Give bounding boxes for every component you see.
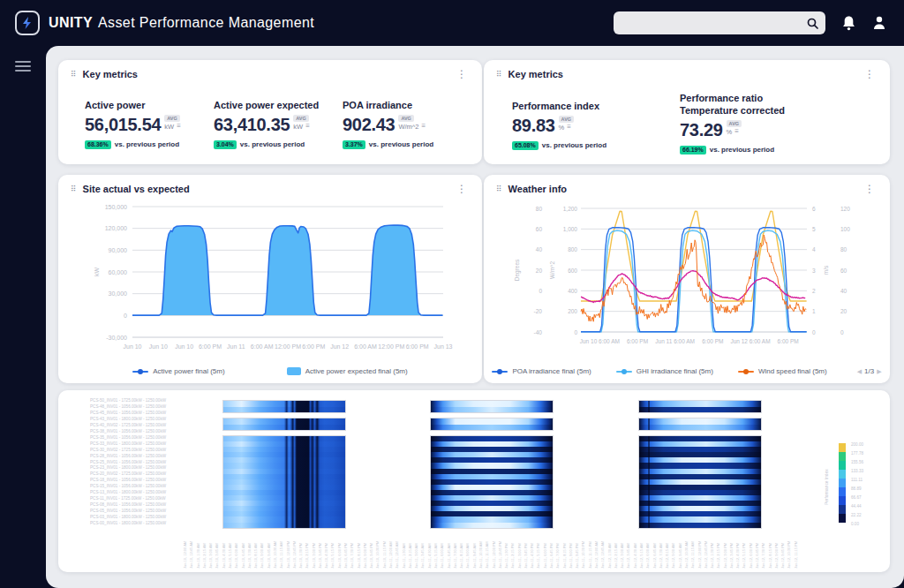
- hamburger-menu-icon[interactable]: [15, 58, 31, 74]
- legend-pager: ◀ 1/3 ▶: [857, 367, 882, 375]
- heatmap-x-tick-label: Jun 11, 7:30 AM: [453, 531, 459, 569]
- app-title: UNITYAsset Performance Management: [49, 15, 314, 31]
- metric-value: 902.43: [343, 115, 395, 135]
- inverter-performance-heatmap-card: PCS-50_INV01 - 1725.00kW - 1250.00kWPCS-…: [58, 390, 890, 572]
- metric-label: Active power expected: [214, 100, 343, 112]
- legend-item-active-power-expected[interactable]: Active power expected final (5m): [287, 367, 408, 375]
- heatmap-row-label: PCS-30_INV02 - 1725.00kW - 1250.00kW: [90, 448, 166, 454]
- colorbar-tick-label: 177.78: [851, 449, 863, 458]
- heatmap-x-tick-label: Jun 11, 5:15 PM: [536, 531, 542, 569]
- heatmap-row-label: PCS-15_INV01 - 1056.00kW - 1250.00kW: [90, 484, 166, 490]
- kebab-menu-icon[interactable]: ⋮: [454, 68, 470, 80]
- metric-poa-irradiance: POA irradiance 902.43 AVG W/m^2≡ 3.37%vs…: [343, 100, 471, 149]
- legend-label: Active power expected final (5m): [305, 367, 408, 375]
- heatmap-x-tick-label: Jun 11, 10:30 PM: [581, 531, 587, 569]
- heatmap-group: [222, 418, 346, 431]
- heatmap-row-label: PCS-25_INV01 - 1056.00kW - 1250.00kW: [90, 460, 166, 466]
- delta-note: vs. previous period: [710, 146, 774, 154]
- search-box: [614, 11, 825, 34]
- heatmap-x-tick-label: Jun 12, 11:15 PM: [794, 531, 800, 569]
- app-title-rest: Asset Performance Management: [98, 15, 314, 30]
- legend-item-ghi-irradiance[interactable]: GHI irradiance final (5m): [616, 367, 713, 375]
- search-input[interactable]: [614, 18, 807, 28]
- colorbar-tick-label: 133.33: [851, 467, 863, 476]
- colorbar-tick-label: 200.00: [851, 441, 863, 449]
- drag-handle-icon[interactable]: ⠿: [71, 185, 77, 193]
- heatmap-row-label: PCS-38_INV01 - 1056.00kW - 1250.00kW: [90, 429, 166, 435]
- line-dot-swatch-icon: [738, 368, 754, 375]
- colorbar-tick-label: 0.00: [851, 520, 863, 529]
- heatmap-row-label: PCS-11_INV01 - 1725.00kW - 1250.00kW: [90, 496, 166, 502]
- heatmap-row-label: PCS-43_INV01 - 1800.00kW - 1250.00kW: [90, 417, 166, 423]
- kebab-menu-icon[interactable]: ⋮: [454, 183, 470, 195]
- heatmap-row-label: PCS-23_INV01 - 1800.00kW - 1250.00kW: [90, 465, 166, 471]
- app-logo[interactable]: [15, 11, 40, 35]
- y-tick-label: 0: [840, 329, 844, 335]
- metric-unit: kW: [164, 123, 174, 131]
- heatmap-row-label: PCS-03_INV01 - 1800.00kW - 1250.00kW: [90, 515, 166, 521]
- drag-handle-icon[interactable]: ⠿: [71, 71, 77, 79]
- heatmap-block-2[interactable]: [430, 400, 554, 533]
- metric-menu-icon[interactable]: ≡: [421, 123, 426, 130]
- heatmap-row: [639, 523, 761, 528]
- heatmap-x-tick-label: Jun 11, 2:15 PM: [510, 531, 516, 569]
- series-yellow: [581, 211, 807, 301]
- y-tick-label: 80: [840, 246, 848, 253]
- legend-item-active-power[interactable]: Active power final (5m): [132, 367, 224, 375]
- colorbar-tick-label: 66.67: [851, 494, 863, 502]
- heatmap-x-tick-label: Jun 10, 1:30 AM: [196, 531, 202, 569]
- x-tick-label: Jun 11 6:00 AM: [655, 338, 695, 344]
- user-icon[interactable]: [872, 15, 886, 31]
- colorbar-segment: [839, 470, 846, 479]
- search-icon[interactable]: [807, 18, 818, 29]
- metric-menu-icon[interactable]: ≡: [305, 123, 310, 130]
- y-axis-label: W/m^2: [549, 261, 555, 279]
- heatmap-x-tick-label: Jun 11, 9:00 AM: [465, 531, 471, 569]
- heatmap-row: [223, 407, 345, 413]
- y-tick-label: 60: [840, 268, 848, 274]
- drag-handle-icon[interactable]: ⠿: [496, 71, 502, 79]
- heatmap-x-tick-label: Jun 11, 12:45 PM: [498, 531, 504, 569]
- y-tick-label: 40: [840, 288, 848, 294]
- pager-prev-icon[interactable]: ◀: [857, 368, 862, 375]
- y-tick-label: 5: [812, 226, 816, 232]
- metric-menu-icon[interactable]: ≡: [567, 124, 571, 131]
- y-tick-label: 2: [812, 288, 816, 294]
- metric-menu-icon[interactable]: ≡: [734, 128, 739, 135]
- heatmap-x-tick-label: Jun 11, 12:00 PM: [492, 531, 498, 569]
- legend-item-wind-speed[interactable]: Wind speed final (5m): [738, 367, 827, 375]
- heatmap-x-tick-label: Jun 11, 8:15 PM: [562, 531, 569, 569]
- pager-page: 1/3: [864, 367, 874, 375]
- pager-next-icon[interactable]: ▶: [877, 368, 881, 375]
- bell-icon[interactable]: [841, 15, 856, 31]
- legend-item-poa-irradiance[interactable]: POA irradiance final (5m): [492, 367, 591, 375]
- y-tick-label: 120,000: [105, 225, 127, 231]
- area-swatch-icon: [287, 367, 301, 375]
- y-tick-label: 40: [536, 246, 543, 253]
- colorbar-segment: [839, 514, 846, 523]
- heatmap-block-1[interactable]: [222, 400, 346, 533]
- heatmap-x-tick-label: Jun 10, 5:15 PM: [330, 531, 336, 569]
- heatmap-row: [431, 407, 553, 413]
- colorbar-segment: [839, 487, 846, 496]
- kebab-menu-icon[interactable]: ⋮: [862, 68, 878, 80]
- heatmap-group: [222, 435, 346, 529]
- metric-active-power-expected: Active power expected 63,410.35 AVG kW≡ …: [214, 100, 343, 149]
- metric-label: POA irradiance: [343, 100, 471, 112]
- heatmap-x-tick-label: Jun 11, 11:15 AM: [485, 531, 491, 569]
- metric-value: 89.83: [512, 116, 555, 136]
- heatmap-row: [223, 523, 345, 528]
- y-tick-label: 60: [536, 226, 543, 232]
- heatmap-x-tick-label: Jun 11, 9:45 AM: [472, 531, 478, 569]
- y-tick-label: -40: [534, 329, 543, 335]
- drag-handle-icon[interactable]: ⠿: [496, 185, 502, 193]
- kebab-menu-icon[interactable]: ⋮: [862, 183, 878, 195]
- metric-menu-icon[interactable]: ≡: [177, 123, 181, 130]
- y-tick-label: 120: [840, 206, 850, 212]
- heatmap-x-tick-label: Jun 10, 6:00 AM: [234, 531, 240, 569]
- heatmap-block-3[interactable]: [638, 400, 762, 533]
- heatmap-colorbar-ticks: 200.00177.78155.56133.33111.1188.8966.67…: [851, 441, 863, 529]
- heatmap-row: [223, 425, 345, 431]
- heatmap-row-label: PCS-50_INV01 - 1725.00kW - 1250.00kW: [90, 398, 166, 404]
- heatmap-x-tick-label: Jun 12, 11:15 AM: [690, 531, 697, 569]
